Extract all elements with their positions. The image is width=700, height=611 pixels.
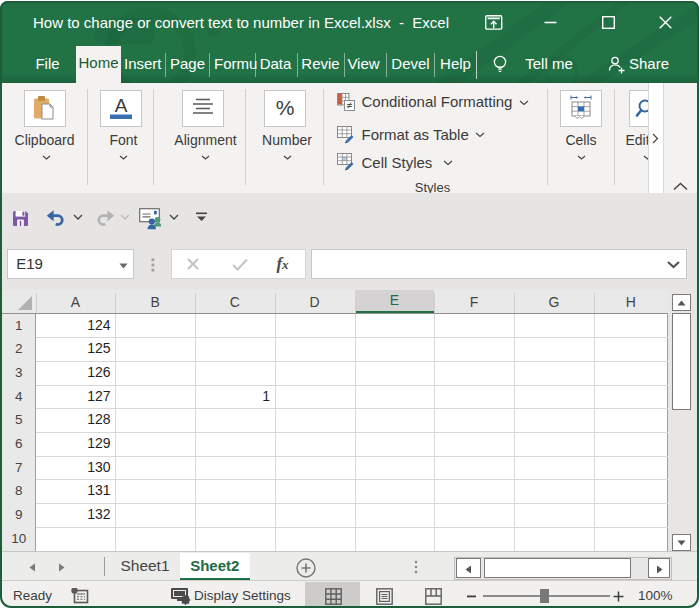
svg-text:A: A [115,95,128,116]
svg-text:%: % [276,96,295,119]
svg-text:≠: ≠ [347,99,353,111]
